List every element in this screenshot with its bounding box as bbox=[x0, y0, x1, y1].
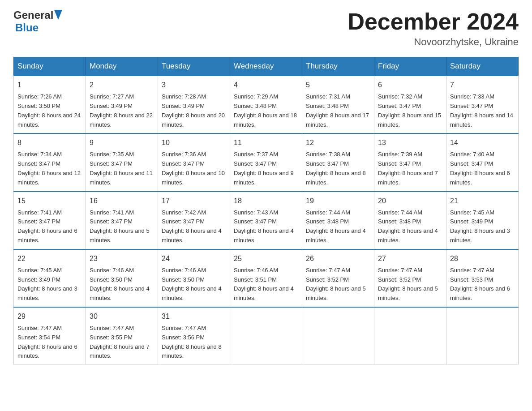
calendar-cell: 26Sunrise: 7:47 AMSunset: 3:52 PMDayligh… bbox=[302, 249, 374, 307]
day-info: Sunrise: 7:47 AMSunset: 3:56 PMDaylight:… bbox=[162, 324, 226, 361]
location: Novoorzhytske, Ukraine bbox=[348, 36, 519, 48]
day-number: 29 bbox=[17, 311, 82, 322]
day-number: 14 bbox=[450, 137, 515, 148]
day-number: 7 bbox=[450, 80, 515, 90]
calendar-cell: 23Sunrise: 7:46 AMSunset: 3:50 PMDayligh… bbox=[86, 249, 158, 307]
calendar-cell: 10Sunrise: 7:36 AMSunset: 3:47 PMDayligh… bbox=[158, 133, 230, 191]
day-info: Sunrise: 7:47 AMSunset: 3:54 PMDaylight:… bbox=[17, 324, 82, 361]
calendar-cell: 6Sunrise: 7:32 AMSunset: 3:47 PMDaylight… bbox=[374, 76, 446, 133]
day-number: 23 bbox=[90, 253, 154, 264]
day-number: 28 bbox=[450, 253, 515, 264]
calendar-cell: 28Sunrise: 7:47 AMSunset: 3:53 PMDayligh… bbox=[446, 249, 519, 307]
calendar-cell: 17Sunrise: 7:42 AMSunset: 3:47 PMDayligh… bbox=[158, 192, 230, 249]
day-info: Sunrise: 7:33 AMSunset: 3:47 PMDaylight:… bbox=[450, 92, 515, 129]
calendar-table: SundayMondayTuesdayWednesdayThursdayFrid… bbox=[13, 57, 519, 365]
day-info: Sunrise: 7:44 AMSunset: 3:48 PMDaylight:… bbox=[306, 208, 370, 245]
calendar-cell bbox=[230, 307, 302, 365]
calendar-cell: 15Sunrise: 7:41 AMSunset: 3:47 PMDayligh… bbox=[14, 192, 86, 249]
calendar-cell: 22Sunrise: 7:45 AMSunset: 3:49 PMDayligh… bbox=[14, 249, 86, 307]
week-row-1: 1Sunrise: 7:26 AMSunset: 3:50 PMDaylight… bbox=[14, 76, 519, 133]
weekday-header-wednesday: Wednesday bbox=[230, 57, 302, 76]
day-info: Sunrise: 7:32 AMSunset: 3:47 PMDaylight:… bbox=[378, 92, 442, 129]
day-number: 8 bbox=[17, 137, 82, 148]
calendar-cell: 20Sunrise: 7:44 AMSunset: 3:48 PMDayligh… bbox=[374, 192, 446, 249]
day-number: 10 bbox=[162, 137, 226, 148]
calendar-cell: 13Sunrise: 7:39 AMSunset: 3:47 PMDayligh… bbox=[374, 133, 446, 191]
calendar-cell: 16Sunrise: 7:41 AMSunset: 3:47 PMDayligh… bbox=[86, 192, 158, 249]
weekday-header-monday: Monday bbox=[86, 57, 158, 76]
calendar-cell: 14Sunrise: 7:40 AMSunset: 3:47 PMDayligh… bbox=[446, 133, 519, 191]
week-row-2: 8Sunrise: 7:34 AMSunset: 3:47 PMDaylight… bbox=[14, 133, 519, 191]
day-number: 1 bbox=[17, 80, 82, 90]
day-number: 20 bbox=[378, 196, 442, 206]
day-number: 22 bbox=[17, 253, 82, 264]
svg-marker-0 bbox=[54, 10, 62, 20]
weekday-header-friday: Friday bbox=[374, 57, 446, 76]
day-info: Sunrise: 7:44 AMSunset: 3:48 PMDaylight:… bbox=[378, 208, 442, 245]
week-row-4: 22Sunrise: 7:45 AMSunset: 3:49 PMDayligh… bbox=[14, 249, 519, 307]
week-row-3: 15Sunrise: 7:41 AMSunset: 3:47 PMDayligh… bbox=[14, 192, 519, 249]
weekday-header-thursday: Thursday bbox=[302, 57, 374, 76]
day-number: 5 bbox=[306, 80, 370, 90]
day-info: Sunrise: 7:37 AMSunset: 3:47 PMDaylight:… bbox=[234, 150, 298, 187]
day-number: 30 bbox=[90, 311, 154, 322]
calendar-cell: 5Sunrise: 7:31 AMSunset: 3:48 PMDaylight… bbox=[302, 76, 374, 133]
day-info: Sunrise: 7:45 AMSunset: 3:49 PMDaylight:… bbox=[450, 208, 515, 245]
day-info: Sunrise: 7:27 AMSunset: 3:49 PMDaylight:… bbox=[90, 92, 154, 129]
calendar-cell bbox=[302, 307, 374, 365]
day-info: Sunrise: 7:42 AMSunset: 3:47 PMDaylight:… bbox=[162, 208, 226, 245]
day-info: Sunrise: 7:47 AMSunset: 3:55 PMDaylight:… bbox=[90, 324, 154, 361]
weekday-header-row: SundayMondayTuesdayWednesdayThursdayFrid… bbox=[14, 57, 519, 76]
calendar-cell: 12Sunrise: 7:38 AMSunset: 3:47 PMDayligh… bbox=[302, 133, 374, 191]
day-info: Sunrise: 7:40 AMSunset: 3:47 PMDaylight:… bbox=[450, 150, 515, 187]
day-number: 16 bbox=[90, 196, 154, 206]
day-number: 26 bbox=[306, 253, 370, 264]
day-number: 19 bbox=[306, 196, 370, 206]
calendar-cell: 8Sunrise: 7:34 AMSunset: 3:47 PMDaylight… bbox=[14, 133, 86, 191]
day-number: 3 bbox=[162, 80, 226, 90]
calendar-cell: 27Sunrise: 7:47 AMSunset: 3:52 PMDayligh… bbox=[374, 249, 446, 307]
day-number: 27 bbox=[378, 253, 442, 264]
day-info: Sunrise: 7:41 AMSunset: 3:47 PMDaylight:… bbox=[90, 208, 154, 245]
day-number: 31 bbox=[162, 311, 226, 322]
day-number: 17 bbox=[162, 196, 226, 206]
day-info: Sunrise: 7:28 AMSunset: 3:49 PMDaylight:… bbox=[162, 92, 226, 129]
calendar-cell bbox=[374, 307, 446, 365]
day-number: 24 bbox=[162, 253, 226, 264]
calendar-cell: 24Sunrise: 7:46 AMSunset: 3:50 PMDayligh… bbox=[158, 249, 230, 307]
day-info: Sunrise: 7:35 AMSunset: 3:47 PMDaylight:… bbox=[90, 150, 154, 187]
day-info: Sunrise: 7:46 AMSunset: 3:50 PMDaylight:… bbox=[162, 266, 226, 303]
day-info: Sunrise: 7:36 AMSunset: 3:47 PMDaylight:… bbox=[162, 150, 226, 187]
day-info: Sunrise: 7:45 AMSunset: 3:49 PMDaylight:… bbox=[17, 266, 82, 303]
day-number: 6 bbox=[378, 80, 442, 90]
day-number: 11 bbox=[234, 137, 298, 148]
day-info: Sunrise: 7:31 AMSunset: 3:48 PMDaylight:… bbox=[306, 92, 370, 129]
page-header: General Blue December 2024 Novoorzhytske… bbox=[13, 9, 519, 48]
weekday-header-tuesday: Tuesday bbox=[158, 57, 230, 76]
weekday-header-sunday: Sunday bbox=[14, 57, 86, 76]
day-number: 2 bbox=[90, 80, 154, 90]
calendar-cell: 7Sunrise: 7:33 AMSunset: 3:47 PMDaylight… bbox=[446, 76, 519, 133]
day-info: Sunrise: 7:43 AMSunset: 3:47 PMDaylight:… bbox=[234, 208, 298, 245]
day-info: Sunrise: 7:29 AMSunset: 3:48 PMDaylight:… bbox=[234, 92, 298, 129]
week-row-5: 29Sunrise: 7:47 AMSunset: 3:54 PMDayligh… bbox=[14, 307, 519, 365]
day-number: 9 bbox=[90, 137, 154, 148]
logo-general-text: General bbox=[13, 9, 53, 21]
day-info: Sunrise: 7:39 AMSunset: 3:47 PMDaylight:… bbox=[378, 150, 442, 187]
calendar-cell: 29Sunrise: 7:47 AMSunset: 3:54 PMDayligh… bbox=[14, 307, 86, 365]
title-section: December 2024 Novoorzhytske, Ukraine bbox=[348, 9, 519, 48]
day-info: Sunrise: 7:41 AMSunset: 3:47 PMDaylight:… bbox=[17, 208, 82, 245]
calendar-cell: 1Sunrise: 7:26 AMSunset: 3:50 PMDaylight… bbox=[14, 76, 86, 133]
logo: General Blue bbox=[13, 9, 62, 34]
day-number: 21 bbox=[450, 196, 515, 206]
day-info: Sunrise: 7:34 AMSunset: 3:47 PMDaylight:… bbox=[17, 150, 82, 187]
day-number: 18 bbox=[234, 196, 298, 206]
day-info: Sunrise: 7:47 AMSunset: 3:52 PMDaylight:… bbox=[378, 266, 442, 303]
day-info: Sunrise: 7:38 AMSunset: 3:47 PMDaylight:… bbox=[306, 150, 370, 187]
calendar-cell: 4Sunrise: 7:29 AMSunset: 3:48 PMDaylight… bbox=[230, 76, 302, 133]
day-info: Sunrise: 7:47 AMSunset: 3:53 PMDaylight:… bbox=[450, 266, 515, 303]
calendar-cell: 21Sunrise: 7:45 AMSunset: 3:49 PMDayligh… bbox=[446, 192, 519, 249]
weekday-header-saturday: Saturday bbox=[446, 57, 519, 76]
day-number: 13 bbox=[378, 137, 442, 148]
calendar-cell: 31Sunrise: 7:47 AMSunset: 3:56 PMDayligh… bbox=[158, 307, 230, 365]
